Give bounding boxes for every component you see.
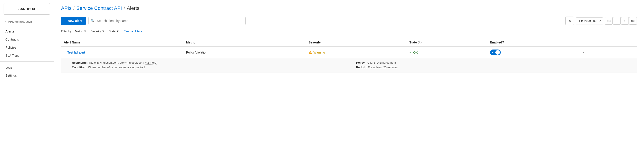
table-header: Alert Name Metric Severity State i Enabl… xyxy=(61,38,637,47)
policy-detail: Policy : Client ID Enforcement xyxy=(356,61,632,64)
sidebar-divider xyxy=(0,61,54,62)
toggle-check-icon: ✓ xyxy=(492,51,494,54)
alert-severity-cell: ! Warning xyxy=(306,47,406,58)
search-box: 🔍 xyxy=(88,17,246,25)
filter-bar: Filter by: Metric ▼ Severity ▼ State ▼ C… xyxy=(61,29,637,34)
recipients-label: Recipients : xyxy=(72,61,88,64)
alert-name-link[interactable]: Test fail alert xyxy=(67,51,85,54)
toolbar-right: ↻ 1 to 20 of 500 ⋘ ‹ › ⋙ xyxy=(566,16,637,25)
period-value: For at least 20 minutes xyxy=(368,66,398,69)
policy-value: Client ID Enforcement xyxy=(367,61,396,64)
recipients-detail: Recipients : lizzie.li@mulesoft.com, tit… xyxy=(72,61,347,64)
breadcrumb-sep2: / xyxy=(124,6,125,11)
breadcrumb-sep1: / xyxy=(73,6,74,11)
sidebar-logo: SANDBOX xyxy=(4,3,50,14)
period-detail: Period : For at least 20 minutes xyxy=(356,66,632,69)
condition-detail: Condition : When number of occurrences a… xyxy=(72,66,347,69)
state-filter-chevron: ▼ xyxy=(116,29,119,33)
pagination-controls: ⋘ ‹ › ⋙ xyxy=(605,17,637,25)
alert-details-grid: Recipients : lizzie.li@mulesoft.com, tit… xyxy=(72,61,632,69)
pagination-first-button[interactable]: ⋘ xyxy=(605,17,612,25)
severity-filter-label: Severity xyxy=(90,29,101,33)
search-icon: 🔍 xyxy=(91,19,94,23)
period-label: Period : xyxy=(356,66,367,69)
enabled-toggle[interactable]: ✓ xyxy=(490,49,501,55)
alert-metric-cell: Policy Violation xyxy=(184,47,306,58)
more-options-button[interactable]: ⋮ xyxy=(580,49,587,56)
toolbar: + New alert 🔍 ↻ 1 to 20 of 500 ⋘ ‹ › ⋙ xyxy=(61,16,637,25)
state-info-icon[interactable]: i xyxy=(418,41,422,44)
sidebar-back-link[interactable]: ← API Administration xyxy=(0,18,54,25)
state-filter-label: State xyxy=(109,29,116,33)
policy-label: Policy : xyxy=(356,61,366,64)
sidebar-item-logs[interactable]: Logs xyxy=(0,63,54,71)
alert-actions-cell: ⋮ xyxy=(577,47,637,58)
metric-filter-label: Metric xyxy=(75,29,83,33)
alert-state-cell: ✓ OK xyxy=(406,47,487,58)
sidebar-item-contracts[interactable]: Contracts xyxy=(0,35,54,43)
alert-name-cell: ⌄ Test fail alert xyxy=(61,47,184,58)
pagination-select[interactable]: 1 to 20 of 500 xyxy=(576,17,603,24)
clear-all-filters-button[interactable]: Clear all filters xyxy=(124,29,142,33)
metric-filter-button[interactable]: Metric ▼ xyxy=(74,29,88,34)
table-row: ⌄ Test fail alert Policy Violation ! War… xyxy=(61,47,637,58)
condition-value: When number of occurrences are equal to … xyxy=(88,66,145,69)
severity-filter-button[interactable]: Severity ▼ xyxy=(89,29,106,34)
col-header-alert-name: Alert Name xyxy=(61,38,184,47)
refresh-button[interactable]: ↻ xyxy=(566,16,574,25)
breadcrumb-apis[interactable]: APIs xyxy=(61,5,72,11)
col-header-actions xyxy=(577,38,637,47)
sidebar-item-policies[interactable]: Policies xyxy=(0,43,54,51)
breadcrumb-service-contract[interactable]: Service Contract API xyxy=(76,5,122,11)
state-filter-button[interactable]: State ▼ xyxy=(107,29,120,34)
alert-details-row: Recipients : lizzie.li@mulesoft.com, tit… xyxy=(61,58,637,73)
severity-warning-indicator: ! Warning xyxy=(308,51,404,54)
check-icon: ✓ xyxy=(409,51,412,54)
pagination-next-button[interactable]: › xyxy=(621,17,629,25)
sidebar-nav: Alerts Contracts Policies SLA Tiers Logs… xyxy=(0,25,54,81)
main-content: APIs / Service Contract API / Alerts + N… xyxy=(54,0,644,164)
state-header-with-info: State i xyxy=(409,40,484,44)
row-chevron-icon[interactable]: ⌄ xyxy=(64,51,66,54)
condition-label: Condition : xyxy=(72,66,87,69)
col-header-state: State i xyxy=(406,38,487,47)
filter-by-label: Filter by: xyxy=(61,29,72,33)
table-body: ⌄ Test fail alert Policy Violation ! War… xyxy=(61,47,637,73)
alert-name-with-chevron: ⌄ Test fail alert xyxy=(64,51,181,54)
breadcrumb: APIs / Service Contract API / Alerts xyxy=(61,5,637,11)
search-input[interactable] xyxy=(88,17,246,25)
sidebar-item-alerts[interactable]: Alerts xyxy=(0,27,54,35)
severity-filter-chevron: ▼ xyxy=(102,29,105,33)
sidebar-item-sla-tiers[interactable]: SLA Tiers xyxy=(0,51,54,60)
pagination-prev-button[interactable]: ‹ xyxy=(613,17,621,25)
recipients-value: lizzie.li@mulesoft.com, tito@mulesoft.co… xyxy=(89,61,156,64)
toggle-slider: ✓ xyxy=(490,49,501,55)
col-header-severity: Severity xyxy=(306,38,406,47)
alerts-table: Alert Name Metric Severity State i Enabl… xyxy=(61,38,637,73)
sidebar-item-settings[interactable]: Settings xyxy=(0,71,54,80)
col-header-metric: Metric xyxy=(184,38,306,47)
breadcrumb-current: Alerts xyxy=(127,5,140,11)
alert-details-cell: Recipients : lizzie.li@mulesoft.com, tit… xyxy=(61,58,637,73)
pagination-last-button[interactable]: ⋙ xyxy=(629,17,637,25)
alert-enabled-cell: ✓ xyxy=(487,47,577,58)
enabled-toggle-wrap: ✓ xyxy=(490,49,574,55)
new-alert-button[interactable]: + New alert xyxy=(61,17,86,25)
sidebar: SANDBOX ← API Administration Alerts Cont… xyxy=(0,0,54,164)
warning-triangle-icon: ! xyxy=(308,51,312,54)
recipients-more-link[interactable]: + 2 more xyxy=(145,61,156,64)
state-ok-indicator: ✓ OK xyxy=(409,51,484,54)
metric-filter-chevron: ▼ xyxy=(84,29,86,33)
col-header-enabled: Enabled? xyxy=(487,38,577,47)
svg-text:!: ! xyxy=(310,52,311,54)
